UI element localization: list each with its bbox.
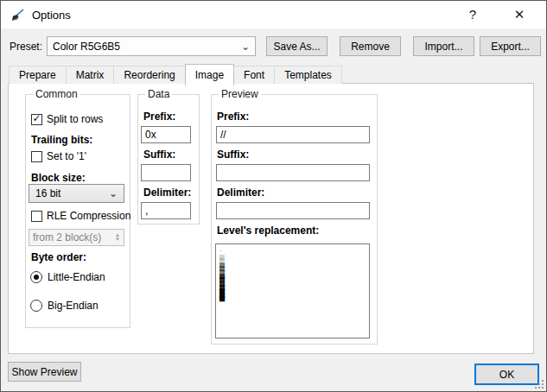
- save-as-button[interactable]: Save As...: [266, 36, 328, 56]
- chevron-down-icon: ⌄: [241, 41, 250, 53]
- data-prefix-label: Prefix:: [143, 111, 175, 123]
- preset-combobox-value: Color R5G6B5: [53, 41, 120, 53]
- options-dialog: Options ? ✕ Preset: Color R5G6B5 ⌄ Save …: [0, 0, 547, 392]
- data-prefix-input[interactable]: [141, 126, 191, 143]
- rle-compression-label: RLE Compression: [47, 210, 130, 222]
- trailing-bits-label: Trailing bits:: [31, 134, 92, 146]
- levels-replacement-list[interactable]: . ░░ ░░ ▒▒ ▒▒ ▒▒ ▓▓ ▓▓ ▓▓ ▓▓ ██ ██ ██: [215, 243, 370, 338]
- big-endian-label: Big-Endian: [48, 300, 99, 312]
- tab-bar: Prepare Matrix Reordering Image Font Tem…: [9, 64, 341, 84]
- export-button[interactable]: Export...: [480, 36, 541, 56]
- tab-matrix[interactable]: Matrix: [66, 66, 115, 84]
- preview-suffix-input[interactable]: [216, 164, 370, 181]
- data-delimiter-input[interactable]: [141, 202, 191, 219]
- import-button[interactable]: Import...: [413, 36, 474, 56]
- block-size-label: Block size:: [31, 172, 86, 184]
- little-endian-radio[interactable]: Little-Endian: [30, 271, 105, 283]
- preview-prefix-label: Prefix:: [217, 111, 249, 123]
- resize-grip[interactable]: [535, 380, 544, 389]
- preview-group-title: Preview: [219, 88, 261, 100]
- paintbrush-app-icon: [10, 8, 25, 22]
- block-size-value: 16 bit: [35, 187, 60, 199]
- preview-group: Preview Prefix: Suffix: Delimiter: Level…: [211, 94, 378, 345]
- preview-delimiter-input[interactable]: [216, 202, 370, 219]
- preset-label: Preset:: [10, 41, 42, 53]
- levels-replacement-label: Level's replacement:: [217, 224, 319, 237]
- tab-font[interactable]: Font: [233, 66, 275, 84]
- block-size-combobox[interactable]: 16 bit ⌄: [29, 184, 124, 203]
- data-suffix-input[interactable]: [141, 164, 191, 181]
- chevron-down-icon: ⌄: [109, 187, 118, 199]
- split-to-rows-checkbox[interactable]: ✓ Split to rows: [31, 113, 103, 125]
- remove-button[interactable]: Remove: [340, 36, 401, 56]
- rle-minimum-spinbox: from 2 block(s) ▲▼: [29, 229, 124, 246]
- tab-reordering[interactable]: Reordering: [113, 66, 185, 84]
- common-group-title: Common: [33, 88, 80, 100]
- window-title: Options: [32, 9, 71, 22]
- big-endian-radio[interactable]: Big-Endian: [30, 300, 99, 312]
- split-to-rows-label: Split to rows: [47, 113, 103, 125]
- set-to-1-checkbox[interactable]: Set to '1': [31, 150, 86, 162]
- preview-suffix-label: Suffix:: [217, 149, 249, 161]
- tab-prepare[interactable]: Prepare: [9, 66, 67, 84]
- show-preview-button[interactable]: Show Preview: [8, 362, 81, 382]
- spinner-arrows-icon: ▲▼: [115, 233, 120, 242]
- preview-prefix-input[interactable]: [216, 126, 370, 143]
- common-group: Common ✓ Split to rows Trailing bits: Se…: [25, 94, 130, 328]
- title-bar: Options ? ✕: [1, 1, 546, 28]
- tab-templates[interactable]: Templates: [274, 66, 342, 84]
- set-to-1-label: Set to '1': [47, 150, 86, 162]
- data-delimiter-label: Delimiter:: [143, 187, 191, 199]
- preview-delimiter-label: Delimiter:: [217, 187, 264, 199]
- preset-combobox[interactable]: Color R5G6B5 ⌄: [47, 36, 256, 56]
- checkmark-icon: ✓: [32, 114, 41, 123]
- levels-preview-text: . ░░ ░░ ▒▒ ▒▒ ▒▒ ▓▓ ▓▓ ▓▓ ▓▓ ██ ██ ██: [216, 244, 369, 301]
- byte-order-label: Byte order:: [31, 251, 86, 263]
- radio-dot-icon: [34, 275, 39, 280]
- rle-compression-checkbox[interactable]: RLE Compression: [31, 210, 130, 222]
- help-button[interactable]: ?: [456, 1, 489, 28]
- checkbox-box: [31, 151, 42, 162]
- ok-button[interactable]: OK: [474, 364, 539, 385]
- rle-minimum-value: from 2 block(s): [33, 231, 101, 243]
- checkbox-box: ✓: [31, 114, 42, 125]
- data-group-title: Data: [145, 88, 172, 100]
- little-endian-label: Little-Endian: [48, 271, 105, 283]
- checkbox-box: [31, 211, 42, 222]
- image-tab-panel: Common ✓ Split to rows Trailing bits: Se…: [8, 83, 534, 354]
- data-group: Data Prefix: Suffix: Delimiter:: [137, 94, 200, 224]
- data-suffix-label: Suffix:: [143, 149, 175, 161]
- radio-circle: [30, 300, 42, 312]
- tab-image[interactable]: Image: [185, 64, 234, 85]
- radio-circle: [30, 271, 42, 283]
- close-button[interactable]: ✕: [503, 1, 536, 28]
